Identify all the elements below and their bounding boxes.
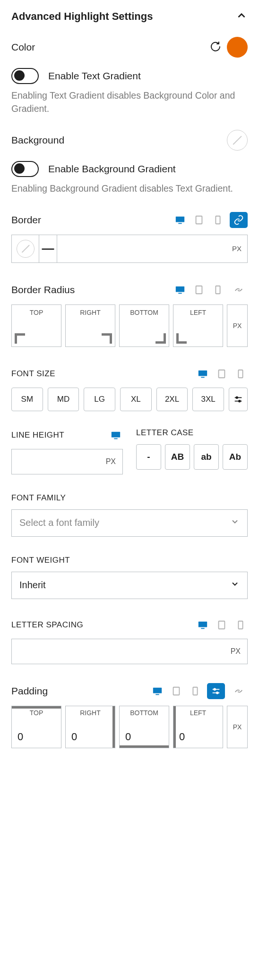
padding-left-input[interactable]: LEFT 0: [173, 706, 223, 748]
padding-label: Padding: [11, 685, 48, 697]
svg-rect-8: [199, 370, 207, 376]
device-tablet-icon[interactable]: [192, 213, 206, 227]
svg-rect-24: [173, 687, 180, 695]
device-tablet-icon[interactable]: [215, 618, 229, 632]
svg-rect-10: [219, 370, 225, 378]
svg-rect-21: [238, 621, 242, 629]
font-size-md[interactable]: MD: [48, 388, 79, 411]
device-desktop-icon[interactable]: [196, 618, 210, 632]
collapse-toggle[interactable]: [235, 9, 248, 24]
radius-left-input[interactable]: LEFT: [173, 304, 223, 347]
svg-point-15: [239, 400, 241, 402]
bg-gradient-helper: Enabling Background Gradient disables Te…: [11, 182, 248, 195]
letter-case-label: LETTER CASE: [136, 428, 194, 438]
svg-rect-20: [219, 621, 225, 629]
device-tablet-icon[interactable]: [192, 283, 206, 297]
text-gradient-helper: Enabling Text Gradient disables Backgrou…: [11, 89, 248, 116]
device-mobile-icon[interactable]: [233, 367, 248, 381]
svg-rect-5: [178, 293, 181, 294]
background-swatch-empty[interactable]: [227, 130, 248, 151]
svg-rect-1: [178, 223, 181, 224]
device-desktop-icon[interactable]: [196, 367, 210, 381]
border-width-input[interactable]: [57, 235, 232, 262]
case-capitalize[interactable]: Ab: [223, 444, 248, 470]
redo-icon[interactable]: [209, 41, 220, 54]
padding-custom-button[interactable]: [207, 683, 225, 699]
line-height-input[interactable]: PX: [11, 449, 123, 474]
font-weight-select[interactable]: Inherit: [11, 572, 248, 599]
case-lower[interactable]: ab: [194, 444, 219, 470]
unlink-sides-button[interactable]: [230, 683, 248, 699]
color-label: Color: [11, 42, 35, 53]
text-gradient-toggle[interactable]: [11, 68, 39, 84]
corner-tl-icon: [15, 333, 25, 344]
device-desktop-icon[interactable]: [173, 213, 187, 227]
radius-unit[interactable]: PX: [227, 304, 248, 347]
padding-bottom-input[interactable]: BOTTOM 0: [119, 706, 169, 748]
chevron-down-icon: [230, 517, 240, 529]
device-tablet-icon[interactable]: [215, 367, 229, 381]
svg-point-14: [236, 397, 238, 398]
letter-spacing-input[interactable]: PX: [11, 639, 248, 664]
device-desktop-icon[interactable]: [173, 283, 187, 297]
radius-right-input[interactable]: RIGHT: [65, 304, 115, 347]
chevron-down-icon: [230, 579, 240, 591]
panel-title: Advanced Highlight Settings: [11, 10, 153, 23]
border-radius-label: Border Radius: [11, 284, 75, 296]
edge-left-icon: [173, 706, 176, 748]
svg-rect-23: [155, 694, 159, 695]
case-upper[interactable]: AB: [165, 444, 190, 470]
bg-gradient-toggle[interactable]: [11, 161, 39, 177]
svg-rect-4: [176, 286, 184, 292]
svg-rect-2: [196, 216, 202, 224]
device-desktop-icon[interactable]: [109, 428, 123, 442]
font-size-2xl[interactable]: 2XL: [156, 388, 188, 411]
svg-rect-22: [153, 687, 162, 693]
letter-spacing-label: LETTER SPACING: [11, 620, 83, 630]
font-size-xl[interactable]: XL: [120, 388, 152, 411]
bg-gradient-label: Enable Background Gradient: [48, 163, 176, 175]
svg-rect-3: [216, 216, 220, 224]
edge-bottom-icon: [120, 745, 169, 748]
svg-rect-0: [176, 216, 184, 222]
device-tablet-icon[interactable]: [169, 684, 183, 698]
device-mobile-icon[interactable]: [188, 684, 202, 698]
unlink-sides-button[interactable]: [230, 282, 248, 298]
color-swatch[interactable]: [227, 37, 248, 58]
font-size-label: FONT SIZE: [11, 369, 55, 379]
radius-top-input[interactable]: TOP: [11, 304, 61, 347]
edge-top-icon: [12, 706, 61, 709]
font-family-label: FONT FAMILY: [11, 493, 248, 503]
font-size-lg[interactable]: LG: [84, 388, 115, 411]
border-style-select[interactable]: —: [39, 235, 57, 262]
border-color-swatch[interactable]: [12, 235, 39, 262]
font-size-sm[interactable]: SM: [11, 388, 43, 411]
svg-point-29: [216, 692, 218, 694]
svg-rect-9: [201, 377, 204, 378]
svg-rect-16: [112, 431, 120, 437]
corner-bl-icon: [176, 333, 187, 344]
font-size-3xl[interactable]: 3XL: [192, 388, 224, 411]
device-mobile-icon[interactable]: [211, 283, 225, 297]
radius-bottom-input[interactable]: BOTTOM: [119, 304, 169, 347]
padding-top-input[interactable]: TOP 0: [11, 706, 61, 748]
background-label: Background: [11, 135, 64, 146]
svg-rect-11: [238, 370, 242, 378]
border-label: Border: [11, 214, 41, 226]
padding-unit[interactable]: PX: [227, 706, 248, 748]
svg-rect-17: [114, 438, 117, 439]
border-unit[interactable]: PX: [232, 235, 247, 262]
font-size-custom-button[interactable]: [229, 388, 248, 411]
svg-point-28: [214, 688, 216, 690]
svg-rect-6: [196, 286, 202, 294]
device-desktop-icon[interactable]: [150, 684, 164, 698]
svg-rect-19: [201, 628, 204, 629]
device-mobile-icon[interactable]: [211, 213, 225, 227]
device-mobile-icon[interactable]: [233, 618, 248, 632]
text-gradient-label: Enable Text Gradient: [48, 70, 141, 82]
svg-rect-18: [199, 621, 207, 627]
font-family-select[interactable]: Select a font family: [11, 509, 248, 537]
padding-right-input[interactable]: RIGHT 0: [65, 706, 115, 748]
link-sides-button[interactable]: [230, 212, 248, 228]
case-none[interactable]: -: [136, 444, 161, 470]
